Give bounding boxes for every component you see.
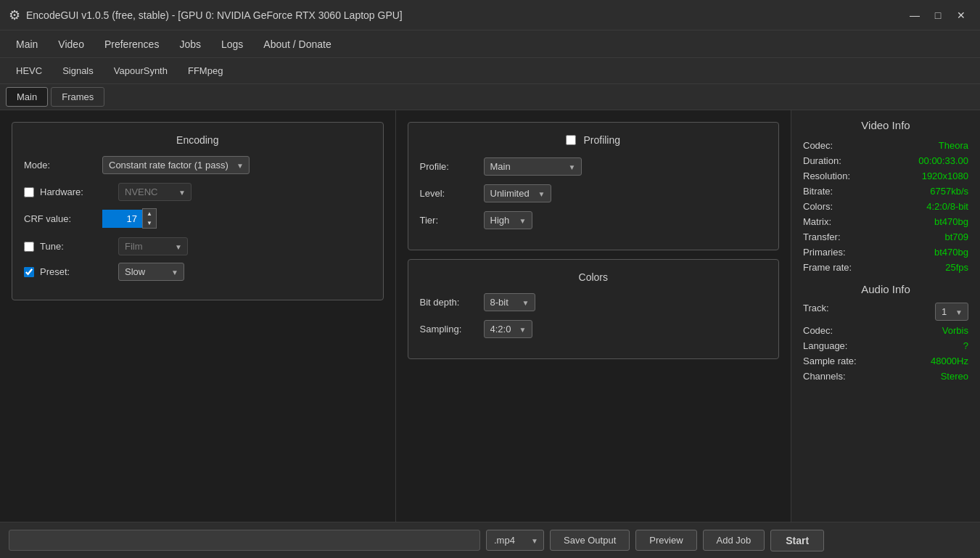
audio-codec-value: Vorbis bbox=[942, 325, 968, 336]
hardware-checkbox[interactable] bbox=[24, 187, 34, 197]
profile-select[interactable]: Main Main 10 Main Still Picture bbox=[484, 157, 582, 176]
sub-tab-ffmpeg[interactable]: FFMpeg bbox=[178, 62, 233, 80]
level-select[interactable]: Unlimited 4.0 4.1 5.0 bbox=[484, 184, 551, 202]
tier-select[interactable]: High Main bbox=[484, 211, 532, 229]
mode-select-wrapper: Constant rate factor (1 pass) Average bi… bbox=[102, 156, 250, 174]
app-icon: ⚙ bbox=[9, 7, 20, 23]
menu-item-about-donate[interactable]: About / Donate bbox=[253, 34, 341, 54]
hardware-select-wrapper: NVENC QuickSync AMF bbox=[118, 183, 192, 201]
menu-item-main[interactable]: Main bbox=[6, 34, 48, 54]
info-panel: Video Info Codec: Theora Duration: 00:00… bbox=[791, 110, 980, 522]
menu-item-video[interactable]: Video bbox=[48, 34, 94, 54]
bitdepth-select-wrapper: 8-bit 10-bit 12-bit bbox=[484, 293, 535, 311]
primaries-label: Primaries: bbox=[803, 247, 846, 258]
matrix-row: Matrix: bt470bg bbox=[803, 216, 968, 227]
add-job-button[interactable]: Add Job bbox=[703, 530, 765, 551]
audio-codec-row: Codec: Vorbis bbox=[803, 325, 968, 336]
level-label: Level: bbox=[420, 188, 478, 199]
sampling-select-wrapper: 4:2:0 4:2:2 4:4:4 bbox=[484, 320, 532, 338]
tune-checkbox[interactable] bbox=[24, 242, 34, 252]
framerate-row: Frame rate: 25fps bbox=[803, 262, 968, 273]
video-info-title: Video Info bbox=[803, 119, 968, 131]
sampling-row: Sampling: 4:2:0 4:2:2 4:4:4 bbox=[420, 320, 767, 338]
tune-row: Tune: Film Animation Grain bbox=[24, 237, 371, 255]
audio-info-title: Audio Info bbox=[803, 283, 968, 295]
profile-row: Profile: Main Main 10 Main Still Picture bbox=[420, 157, 767, 176]
hardware-row: Hardware: NVENC QuickSync AMF bbox=[24, 183, 371, 201]
colors-title: Colors bbox=[420, 271, 767, 283]
close-button[interactable]: ✕ bbox=[951, 7, 971, 24]
tab-frames[interactable]: Frames bbox=[51, 87, 104, 107]
track-select-wrapper: 1 2 bbox=[935, 303, 968, 321]
format-select[interactable]: .mp4 .mkv .avi .mov bbox=[486, 530, 544, 551]
bitrate-value: 6757kb/s bbox=[930, 186, 968, 197]
encoding-title: Encoding bbox=[24, 134, 371, 146]
tune-select[interactable]: Film Animation Grain bbox=[118, 237, 188, 255]
colors-section: Colors Bit depth: 8-bit 10-bit 12-bit Sa… bbox=[408, 259, 780, 359]
maximize-button[interactable]: □ bbox=[928, 7, 948, 24]
transfer-row: Transfer: bt709 bbox=[803, 231, 968, 242]
sub-tab-hevc[interactable]: HEVC bbox=[6, 62, 52, 80]
matrix-label: Matrix: bbox=[803, 216, 831, 227]
format-select-wrapper: .mp4 .mkv .avi .mov bbox=[486, 530, 544, 551]
profiling-checkbox[interactable] bbox=[566, 135, 576, 145]
crf-spinners: ▲ ▼ bbox=[142, 208, 157, 229]
resolution-value: 1920x1080 bbox=[922, 171, 968, 181]
profiling-title: Profiling bbox=[583, 134, 620, 146]
menu-item-logs[interactable]: Logs bbox=[211, 34, 253, 54]
crf-decrement-button[interactable]: ▼ bbox=[143, 218, 156, 228]
crf-row: CRF value: ▲ ▼ bbox=[24, 208, 371, 229]
video-codec-row: Codec: Theora bbox=[803, 140, 968, 151]
menu-item-jobs[interactable]: Jobs bbox=[169, 34, 211, 54]
audio-track-row: Track: 1 2 bbox=[803, 303, 968, 321]
title-bar-left: ⚙ EncodeGUI v1.0.5 (free, stable) - [GPU… bbox=[9, 7, 403, 23]
sampling-select[interactable]: 4:2:0 4:2:2 4:4:4 bbox=[484, 320, 532, 338]
transfer-label: Transfer: bbox=[803, 231, 841, 242]
tab-main[interactable]: Main bbox=[6, 87, 48, 107]
mode-select[interactable]: Constant rate factor (1 pass) Average bi… bbox=[102, 156, 250, 174]
encoding-section: Encoding Mode: Constant rate factor (1 p… bbox=[12, 122, 384, 300]
mode-label: Mode: bbox=[24, 160, 96, 171]
framerate-label: Frame rate: bbox=[803, 262, 852, 273]
tier-select-wrapper: High Main bbox=[484, 211, 532, 229]
level-row: Level: Unlimited 4.0 4.1 5.0 bbox=[420, 184, 767, 202]
sub-tab-vapoursynth[interactable]: VapourSynth bbox=[104, 62, 178, 80]
menu-bar: Main Video Preferences Jobs Logs About /… bbox=[0, 30, 980, 58]
minimize-button[interactable]: — bbox=[905, 7, 925, 24]
primaries-row: Primaries: bt470bg bbox=[803, 247, 968, 258]
preset-label: Preset: bbox=[40, 266, 112, 277]
bitdepth-select[interactable]: 8-bit 10-bit 12-bit bbox=[484, 293, 535, 311]
save-output-button[interactable]: Save Output bbox=[550, 530, 630, 551]
video-codec-value: Theora bbox=[939, 140, 968, 151]
preset-checkbox[interactable] bbox=[24, 267, 34, 277]
channels-label: Channels: bbox=[803, 371, 846, 382]
hardware-select[interactable]: NVENC QuickSync AMF bbox=[118, 183, 192, 201]
output-path-input[interactable] bbox=[9, 530, 480, 551]
colors-value: 4:2:0/8-bit bbox=[926, 201, 968, 212]
mode-row: Mode: Constant rate factor (1 pass) Aver… bbox=[24, 156, 371, 174]
crf-input[interactable] bbox=[102, 210, 142, 228]
sub-tabs: HEVC Signals VapourSynth FFMpeg bbox=[0, 58, 980, 84]
title-bar: ⚙ EncodeGUI v1.0.5 (free, stable) - [GPU… bbox=[0, 0, 980, 30]
tier-label: Tier: bbox=[420, 215, 478, 226]
preset-select[interactable]: Slow Medium Fast Faster Veryslow bbox=[118, 263, 184, 281]
crf-input-container: ▲ ▼ bbox=[102, 208, 157, 229]
crf-increment-button[interactable]: ▲ bbox=[143, 209, 156, 218]
menu-item-preferences[interactable]: Preferences bbox=[94, 34, 169, 54]
level-select-wrapper: Unlimited 4.0 4.1 5.0 bbox=[484, 184, 551, 202]
resolution-label: Resolution: bbox=[803, 171, 850, 181]
duration-label: Duration: bbox=[803, 155, 841, 166]
duration-row: Duration: 00:00:33.00 bbox=[803, 155, 968, 166]
start-button[interactable]: Start bbox=[770, 530, 824, 551]
preview-button[interactable]: Preview bbox=[635, 530, 696, 551]
tune-label: Tune: bbox=[40, 241, 112, 252]
profiling-header: Profiling bbox=[420, 134, 767, 146]
audio-codec-label: Codec: bbox=[803, 325, 833, 336]
sub-tab-signals[interactable]: Signals bbox=[52, 62, 104, 80]
video-codec-label: Codec: bbox=[803, 140, 833, 151]
sampling-label: Sampling: bbox=[420, 324, 478, 335]
track-select[interactable]: 1 2 bbox=[935, 303, 968, 321]
preset-row: Preset: Slow Medium Fast Faster Veryslow bbox=[24, 263, 371, 281]
hardware-label: Hardware: bbox=[40, 186, 112, 197]
channels-row: Channels: Stereo bbox=[803, 371, 968, 382]
